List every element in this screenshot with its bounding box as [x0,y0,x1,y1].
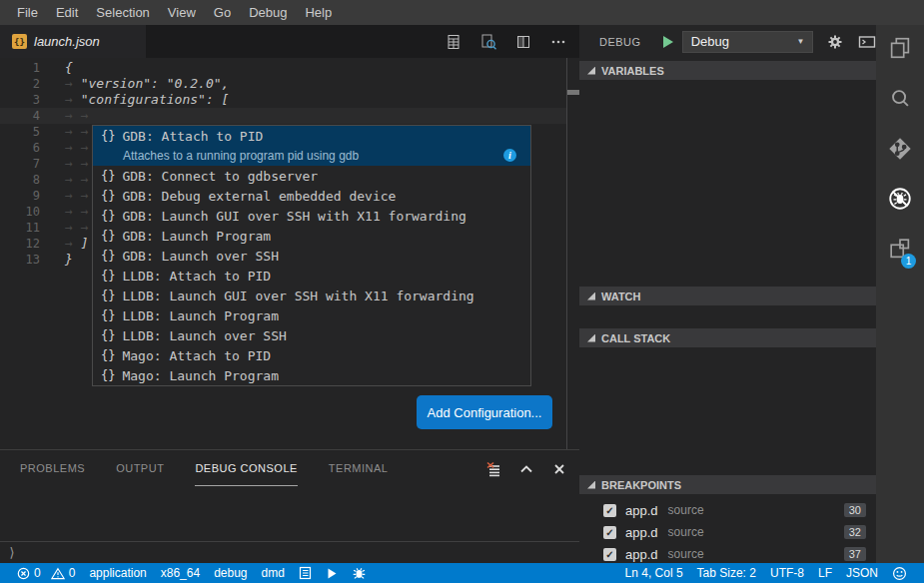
section-header-breakpoints[interactable]: BREAKPOINTS [579,475,876,494]
tab-output[interactable]: OUTPUT [116,450,164,486]
line-number[interactable]: 13 [0,252,40,268]
code-line[interactable]: 1{ [0,60,566,76]
menu-help[interactable]: Help [296,0,341,25]
bug-icon[interactable] [345,563,374,583]
docs-icon[interactable] [292,563,319,583]
suggest-item-selected[interactable]: {} GDB: Attach to PID [93,126,530,146]
breakpoint-row[interactable]: ✓ app.d source 30 [579,499,876,521]
suggest-item-label: LLDB: Attach to PID [122,269,271,284]
line-number[interactable]: 5 [0,124,40,140]
menu-file[interactable]: File [8,0,47,25]
indentation[interactable]: Tab Size: 2 [690,563,763,583]
status-bar-left: 0 0 application x86_64 debug dmd [0,563,374,583]
open-preview-icon[interactable] [445,33,462,51]
suggest-item[interactable]: {}GDB: Connect to gdbserver [93,166,530,186]
status-build-mode[interactable]: debug [207,563,254,583]
menu-debug[interactable]: Debug [240,0,296,25]
breakpoint-checkbox[interactable]: ✓ [603,504,616,517]
run-icon[interactable] [319,563,345,583]
explorer-icon[interactable] [887,35,913,61]
suggest-item[interactable]: {}LLDB: Launch GUI over SSH with X11 for… [93,286,530,305]
snippet-icon: {} [101,348,115,362]
problems-status[interactable]: 0 0 [10,563,82,583]
debug-console-input[interactable]: ⟩ [0,541,579,563]
clear-console-icon[interactable] [485,461,501,477]
tab-debug-console[interactable]: DEBUG CONSOLE [195,450,297,486]
close-panel-icon[interactable] [551,461,567,477]
gear-icon[interactable] [826,33,844,51]
code-line[interactable]: 4→ → [0,108,566,124]
line-number[interactable]: 2 [0,76,40,92]
code-text: } [65,252,73,267]
debug-console-icon[interactable] [858,33,876,51]
code-line[interactable]: 2→ "version": "0.2.0", [0,76,566,92]
suggest-item[interactable]: {}GDB: Launch GUI over SSH with X11 forw… [93,206,530,226]
line-number[interactable]: 6 [0,140,40,156]
menu-edit[interactable]: Edit [47,0,87,25]
suggest-item[interactable]: {}LLDB: Launch Program [93,305,530,325]
tab-problems[interactable]: PROBLEMS [20,450,85,486]
menu-selection[interactable]: Selection [87,0,158,25]
more-actions-icon[interactable] [549,33,567,51]
line-number[interactable]: 4 [0,108,40,124]
line-number[interactable]: 9 [0,188,40,204]
line-number[interactable]: 1 [0,60,40,76]
debug-icon[interactable] [887,186,913,212]
status-arch[interactable]: x86_64 [154,563,207,583]
breakpoint-line-badge: 37 [844,547,866,561]
maximize-panel-icon[interactable] [518,461,534,477]
suggest-item[interactable]: {}LLDB: Launch over SSH [93,325,530,345]
snippet-icon: {} [101,209,115,223]
breakpoint-checkbox[interactable]: ✓ [603,526,616,539]
snippet-icon: {} [101,129,115,143]
search-icon[interactable] [887,86,913,112]
menu-view[interactable]: View [159,0,205,25]
language-mode[interactable]: JSON [839,563,885,583]
add-configuration-button[interactable]: Add Configuration... [417,395,552,429]
suggest-item[interactable]: {}Mago: Attach to PID [93,345,530,365]
split-editor-icon[interactable] [514,33,532,51]
tab-terminal[interactable]: TERMINAL [329,450,389,486]
line-number[interactable]: 8 [0,172,40,188]
section-header-variables[interactable]: VARIABLES [579,61,876,80]
status-build-type[interactable]: application [82,563,153,583]
line-number[interactable]: 11 [0,220,40,236]
twistie-icon [587,334,595,342]
encoding[interactable]: UTF-8 [763,563,811,583]
snippet-icon: {} [101,328,115,342]
cursor-position[interactable]: Ln 4, Col 5 [618,563,690,583]
suggest-item[interactable]: {}GDB: Launch over SSH [93,246,530,266]
suggest-item-label: GDB: Launch Program [122,229,271,244]
section-header-watch[interactable]: WATCH [579,287,876,305]
breakpoint-kind: source [668,525,704,539]
source-control-icon[interactable] [887,136,913,162]
tab-launch-json[interactable]: {} launch.json [0,25,146,58]
search-editor-icon[interactable] [479,33,497,51]
suggest-widget: {} GDB: Attach to PID Attaches to a runn… [92,125,531,386]
info-icon[interactable]: i [503,149,516,162]
breakpoint-checkbox[interactable]: ✓ [603,548,616,561]
suggest-item[interactable]: {}Mago: Launch Program [93,365,530,385]
section-header-call-stack[interactable]: CALL STACK [579,328,876,347]
line-number[interactable]: 10 [0,204,40,220]
line-number[interactable]: 12 [0,236,40,252]
debug-config-select[interactable]: Debug ▼ [682,31,814,53]
start-debug-icon[interactable] [663,36,673,48]
suggest-item-label: GDB: Debug external embedded device [122,189,396,204]
breakpoint-row[interactable]: ✓ app.d source 32 [579,521,876,543]
snippet-icon: {} [101,229,115,243]
breakpoint-row[interactable]: ✓ app.d source 37 [579,543,876,565]
suggest-item[interactable]: {}LLDB: Attach to PID [93,266,530,286]
eol-sequence[interactable]: LF [811,563,839,583]
code-line[interactable]: 3→ "configurations": [ [0,92,566,108]
status-compiler[interactable]: dmd [255,563,292,583]
activity-bar: 1 [876,25,924,563]
smiley-icon[interactable] [885,563,914,583]
line-number[interactable]: 7 [0,156,40,172]
snippet-icon: {} [101,368,115,382]
menu-go[interactable]: Go [205,0,240,25]
line-number[interactable]: 3 [0,92,40,108]
suggest-item-label: Mago: Launch Program [122,368,279,383]
suggest-item[interactable]: {}GDB: Debug external embedded device [93,186,530,206]
suggest-item[interactable]: {}GDB: Launch Program [93,226,530,246]
